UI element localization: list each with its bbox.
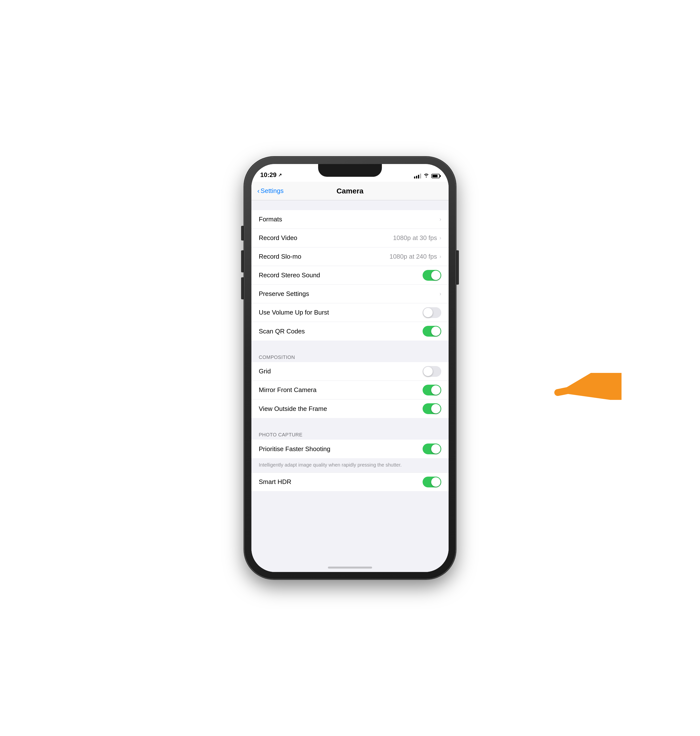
grid-toggle[interactable] — [423, 366, 441, 377]
back-chevron-icon: ‹ — [257, 187, 259, 195]
photo-capture-header: PHOTO CAPTURE — [251, 428, 449, 439]
back-button[interactable]: ‹ Settings — [257, 187, 284, 195]
smart-hdr-row: Smart HDR — [251, 472, 449, 491]
home-indicator — [328, 567, 372, 569]
formats-row[interactable]: Formats › — [251, 210, 449, 229]
grid-row: Grid — [251, 362, 449, 381]
record-video-value: 1080p at 30 fps — [393, 234, 437, 242]
time-label: 10:29 — [260, 171, 276, 179]
phone-body: 10:29 ↗ — [244, 157, 456, 579]
record-video-right: 1080p at 30 fps › — [393, 234, 441, 242]
signal-icon — [414, 173, 421, 178]
faster-shooting-row: Prioritise Faster Shooting — [251, 439, 449, 458]
composition-settings-group: Grid Mirror Front Camera View Outside th… — [251, 362, 449, 418]
navigation-bar: ‹ Settings Camera — [251, 182, 449, 200]
volume-burst-label: Use Volume Up for Burst — [259, 309, 329, 316]
power-button[interactable] — [456, 250, 459, 285]
mirror-front-row: Mirror Front Camera — [251, 381, 449, 400]
record-slomo-row[interactable]: Record Slo-mo 1080p at 240 fps › — [251, 247, 449, 266]
smart-hdr-toggle[interactable] — [423, 477, 441, 488]
scan-qr-row: Scan QR Codes — [251, 322, 449, 341]
location-icon: ↗ — [278, 172, 282, 178]
photo-capture-header-label: PHOTO CAPTURE — [259, 432, 302, 438]
battery-icon — [431, 174, 440, 178]
preserve-settings-label: Preserve Settings — [259, 290, 309, 298]
record-stereo-label: Record Stereo Sound — [259, 272, 320, 279]
status-icons — [414, 173, 440, 179]
volume-down-button[interactable] — [241, 277, 244, 299]
phone-device: 10:29 ↗ — [244, 157, 456, 579]
preserve-settings-right: › — [440, 291, 441, 297]
record-stereo-row: Record Stereo Sound — [251, 266, 449, 285]
grid-label: Grid — [259, 367, 271, 375]
top-gap — [251, 200, 449, 210]
settings-content: Formats › Record Video 1080p at 30 fps › — [251, 200, 449, 572]
photo-capture-gap — [251, 418, 449, 428]
arrow-svg — [543, 373, 622, 400]
toggle-knob — [431, 444, 441, 454]
faster-shooting-description: Intelligently adapt image quality when r… — [251, 458, 449, 472]
formats-chevron-icon: › — [440, 216, 441, 223]
mirror-front-label: Mirror Front Camera — [259, 386, 316, 394]
record-video-chevron-icon: › — [440, 235, 441, 241]
mirror-front-toggle[interactable] — [423, 385, 441, 395]
faster-shooting-label: Prioritise Faster Shooting — [259, 445, 330, 453]
preserve-settings-chevron-icon: › — [440, 291, 441, 297]
photo-capture-settings-group: Prioritise Faster Shooting — [251, 439, 449, 458]
record-video-row[interactable]: Record Video 1080p at 30 fps › — [251, 229, 449, 247]
record-slomo-label: Record Slo-mo — [259, 253, 301, 260]
formats-right: › — [440, 216, 441, 223]
toggle-knob — [424, 308, 433, 317]
faster-shooting-toggle[interactable] — [423, 444, 441, 454]
toggle-knob — [424, 367, 433, 376]
phone-screen: 10:29 ↗ — [251, 164, 449, 572]
status-time: 10:29 ↗ — [260, 171, 282, 179]
svg-line-1 — [558, 380, 619, 392]
record-stereo-toggle[interactable] — [423, 270, 441, 281]
toggle-knob — [431, 326, 441, 336]
scan-qr-toggle[interactable] — [423, 326, 441, 336]
back-label: Settings — [260, 187, 284, 195]
composition-header-label: COMPOSITION — [259, 354, 295, 360]
view-outside-toggle[interactable] — [423, 403, 441, 414]
record-slomo-value: 1080p at 240 fps — [390, 253, 437, 260]
notch — [318, 164, 382, 177]
composition-header: COMPOSITION — [251, 350, 449, 362]
preserve-settings-row[interactable]: Preserve Settings › — [251, 285, 449, 303]
toggle-knob — [431, 271, 441, 280]
volume-up-button[interactable] — [241, 250, 244, 272]
wifi-icon — [424, 173, 429, 179]
formats-label: Formats — [259, 216, 282, 223]
smart-hdr-label: Smart HDR — [259, 478, 291, 486]
toggle-knob — [431, 477, 441, 487]
toggle-knob — [431, 404, 441, 413]
toggle-knob — [431, 385, 441, 395]
scan-qr-label: Scan QR Codes — [259, 328, 305, 335]
volume-burst-toggle[interactable] — [423, 307, 441, 318]
main-settings-group: Formats › Record Video 1080p at 30 fps › — [251, 210, 449, 341]
volume-burst-row: Use Volume Up for Burst — [251, 303, 449, 322]
arrow-annotation — [543, 373, 622, 401]
smart-hdr-group: Smart HDR — [251, 472, 449, 491]
page-title: Camera — [337, 187, 363, 195]
record-video-label: Record Video — [259, 234, 297, 242]
mute-button[interactable] — [241, 226, 244, 241]
record-slomo-right: 1080p at 240 fps › — [390, 253, 441, 260]
view-outside-row: View Outside the Frame — [251, 400, 449, 418]
view-outside-label: View Outside the Frame — [259, 405, 327, 413]
record-slomo-chevron-icon: › — [440, 254, 441, 260]
composition-gap — [251, 341, 449, 350]
